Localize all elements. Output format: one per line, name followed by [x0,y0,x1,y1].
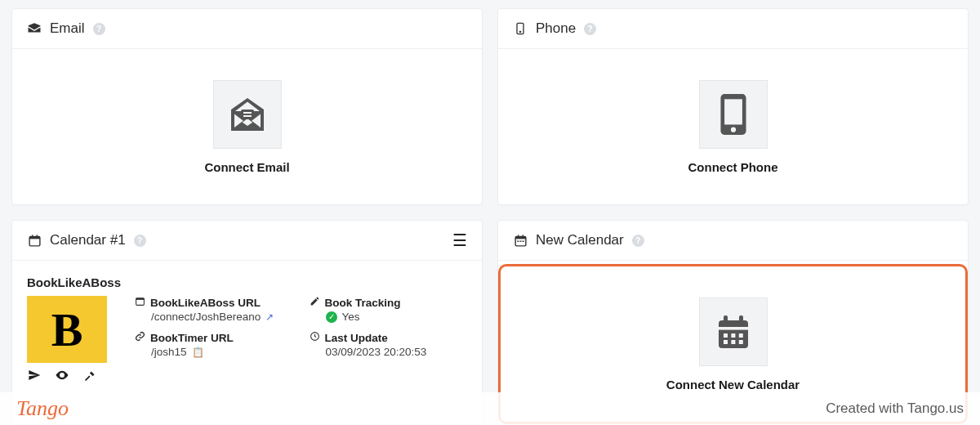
svg-rect-30 [724,340,728,344]
calendar-large-icon [714,312,753,351]
svg-rect-19 [522,235,523,237]
update-value-row: 03/09/2023 20:20:53 [310,346,468,358]
url-value-row: /connect/JoshBereano ↗ [135,311,293,323]
svg-rect-6 [724,99,742,124]
connect-email-label: Connect Email [204,160,289,174]
newcal-title: New Calendar [536,232,624,248]
tracking-value-row: ✓ Yes [310,311,468,323]
svg-rect-22 [522,240,523,241]
svg-rect-9 [29,236,40,239]
connect-newcal-button[interactable] [699,298,768,366]
footer-bar: Tango Created with Tango.us [0,392,980,425]
svg-rect-21 [519,240,521,241]
svg-rect-24 [724,315,728,324]
timer-value: /josh15 [151,346,187,358]
tango-logo: Tango [16,396,69,421]
svg-rect-0 [241,110,254,119]
phone-header: Phone ? [498,9,968,49]
smartphone-icon [717,92,750,137]
help-icon[interactable]: ? [93,23,105,35]
url-column: BookLikeABoss URL /connect/JoshBereano ↗… [135,296,293,366]
connect-phone-button[interactable] [699,80,768,149]
link-icon [135,331,145,344]
url-value: /connect/JoshBereano [151,311,261,323]
svg-rect-27 [724,333,728,338]
email-header: Email ? [12,9,482,49]
send-icon[interactable] [27,368,42,382]
svg-rect-2 [243,115,252,117]
email-body: Connect Email [12,49,482,204]
connect-phone-label: Connect Phone [688,160,777,174]
logo-column: B [27,296,118,382]
calendar-icon [513,233,528,248]
check-icon: ✓ [326,311,337,323]
email-card: Email ? Connect Email [11,8,483,205]
timer-label: BookTimer URL [150,332,234,344]
help-icon[interactable]: ? [584,23,596,35]
tracking-label-row: Book Tracking [310,296,468,309]
timer-label-row: BookTimer URL [135,331,293,344]
svg-rect-14 [136,298,145,300]
svg-point-4 [519,31,520,32]
update-label: Last Update [325,332,388,344]
calendar-small-icon [135,296,145,309]
service-name: BookLikeABoss [27,275,467,289]
svg-rect-29 [738,333,742,338]
svg-rect-25 [739,315,743,324]
svg-rect-20 [517,240,519,241]
url-label-row: BookLikeABoss URL [135,296,293,309]
eye-icon[interactable] [55,368,69,382]
calendar1-body: BookLikeABoss B BookLikeABoss URL [12,261,482,391]
gavel-icon[interactable] [82,368,97,382]
update-value: 03/09/2023 20:20:53 [326,346,427,358]
open-envelope-icon [228,95,267,134]
timer-value-row: /josh15 📋 [135,346,293,358]
newcal-header: New Calendar ? [498,221,968,261]
help-icon[interactable]: ? [632,235,644,247]
tracking-value: Yes [342,311,360,323]
svg-rect-10 [31,235,32,237]
svg-rect-17 [515,236,526,239]
svg-rect-1 [243,112,252,114]
calendar1-title: Calendar #1 [50,232,126,248]
email-title: Email [50,20,85,37]
svg-rect-26 [719,327,748,330]
connect-email-button[interactable] [213,80,282,149]
svg-rect-11 [36,235,37,237]
clock-icon [310,331,320,344]
connect-newcal-label: Connect New Calendar [666,378,800,391]
status-column: Book Tracking ✓ Yes Last Update 03/09/20… [310,296,468,366]
phone-icon [513,21,528,36]
svg-point-7 [730,127,735,132]
calendar1-header: Calendar #1 ? ☰ [12,221,482,261]
url-label: BookLikeABoss URL [150,297,261,309]
svg-rect-31 [731,340,735,344]
booklikeaboss-logo: B [27,296,107,363]
calendar-icon [27,233,42,248]
external-link-icon[interactable]: ↗ [265,311,274,323]
help-icon[interactable]: ? [134,235,146,247]
update-label-row: Last Update [310,331,468,344]
footer-credit: Created with Tango.us [826,400,964,417]
svg-rect-18 [517,235,518,237]
svg-point-12 [61,374,64,377]
phone-card: Phone ? Connect Phone [497,8,969,205]
phone-body: Connect Phone [498,49,968,204]
phone-title: Phone [536,20,576,37]
copy-icon[interactable]: 📋 [192,347,204,358]
tracking-label: Book Tracking [325,297,401,309]
pencil-icon [310,296,320,309]
svg-rect-32 [738,340,742,344]
card-menu-button[interactable]: ☰ [452,232,467,248]
email-icon [27,21,42,36]
svg-rect-28 [731,333,735,338]
